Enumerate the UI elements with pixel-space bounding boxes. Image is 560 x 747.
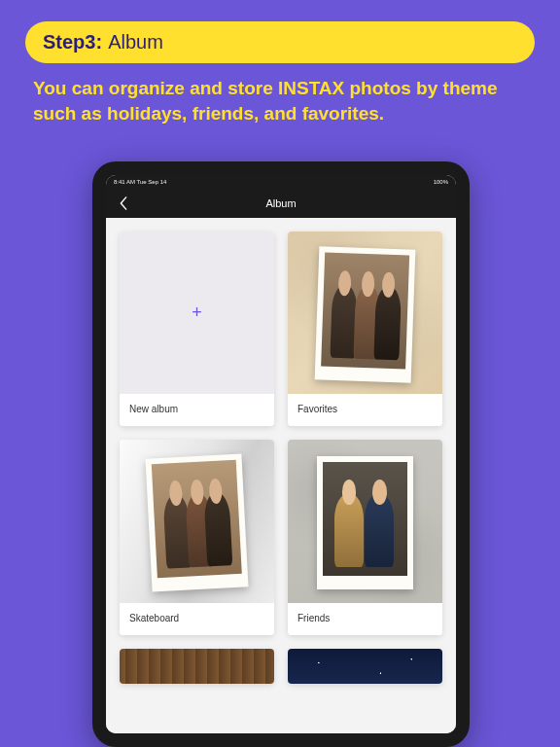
plus-icon: + (192, 302, 202, 323)
album-card-favorites[interactable]: Favorites (288, 231, 442, 426)
status-time: 8:41 AM Tue Sep 14 (114, 179, 166, 185)
album-grid: + New album (106, 218, 456, 733)
album-card-partial-1[interactable] (120, 649, 274, 684)
album-label: Skateboard (120, 603, 274, 635)
status-bar: 8:41 AM Tue Sep 14 100% (106, 175, 456, 189)
album-label: New album (120, 394, 274, 426)
album-thumb-favorites (288, 231, 442, 394)
album-card-partial-2[interactable] (288, 649, 442, 684)
page-title: Album (265, 197, 296, 209)
step-number: Step3: (43, 31, 102, 53)
step-description: You can organize and store INSTAX photos… (33, 76, 527, 125)
status-battery: 100% (434, 179, 448, 185)
album-card-friends[interactable]: Friends (288, 440, 442, 634)
album-thumb-stars (288, 649, 442, 684)
step-title: Album (108, 31, 163, 53)
album-thumb-new: + (120, 231, 274, 394)
tablet-screen: 8:41 AM Tue Sep 14 100% Album + New albu… (106, 175, 456, 733)
album-card-skateboard[interactable]: Skateboard (120, 440, 274, 634)
instax-photo (317, 456, 413, 589)
nav-bar: Album (106, 189, 456, 218)
instax-photo (315, 246, 415, 383)
instax-photo (146, 454, 249, 592)
album-thumb-skateboard (120, 440, 274, 602)
chevron-left-icon (119, 196, 128, 210)
album-label: Friends (288, 603, 442, 635)
tablet-device-frame: 8:41 AM Tue Sep 14 100% Album + New albu… (92, 161, 470, 747)
album-label: Favorites (288, 394, 442, 426)
album-thumb-wood (120, 649, 274, 684)
album-card-new[interactable]: + New album (120, 231, 274, 426)
back-button[interactable] (116, 196, 131, 211)
album-thumb-friends (288, 440, 442, 602)
step-banner: Step3: Album (25, 21, 535, 63)
